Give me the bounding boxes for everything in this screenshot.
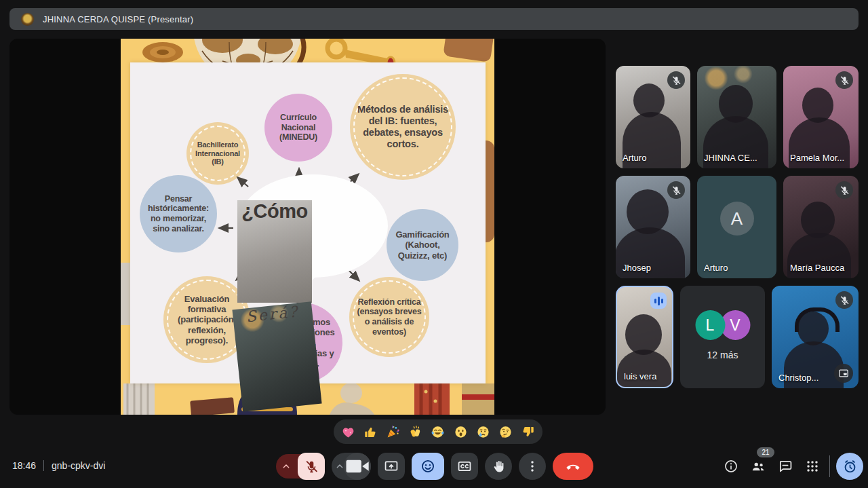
mindmap-node-gamificacion: Gamificación (Kahoot, Quizizz, etc) [387,209,458,281]
audio-level-icon [650,293,667,309]
presentation-slide: Currículo Nacional (MINEDU) Métodos de a… [121,39,494,415]
overflow-avatars: L V [695,310,750,340]
mic-off-icon [304,459,319,474]
meeting-details-button[interactable] [724,459,738,474]
divider [43,460,44,471]
participant-tile-jhinna[interactable]: JHINNA CE... [697,66,776,168]
presenter-label: JHINNA CERDA QUISPE (Presentar) [43,14,193,24]
smiley-icon [420,459,435,474]
participant-tile-luis-vera[interactable]: luis vera [616,286,673,388]
pillar-illustration [462,383,494,415]
mic-muted-icon [835,291,853,309]
scroll-illustration [142,42,183,62]
participant-name: Pamela Mor... [790,153,844,163]
mindmap-node-curriculo: Currículo Nacional (MINEDU) [264,94,332,162]
mic-muted-icon [835,71,853,89]
mic-control-group [276,453,325,480]
participant-name: Jhosep [623,263,651,273]
present-icon [384,459,399,474]
alarm-clock-icon [842,459,858,474]
mic-muted-icon [667,71,685,89]
reactions-button[interactable] [412,453,444,480]
chat-button[interactable] [778,459,793,474]
more-options-icon [525,459,540,474]
people-button[interactable] [751,459,766,474]
mic-mute-button[interactable] [298,453,325,480]
present-button[interactable] [378,453,405,480]
people-icon [751,459,766,474]
meet-window: JHINNA CERDA QUISPE (Presentar) [0,0,868,488]
raise-hand-button[interactable] [485,453,512,480]
pip-icon[interactable] [834,364,853,383]
participant-name: María Paucca [790,263,844,273]
presenter-banner[interactable]: JHINNA CERDA QUISPE (Presentar) [9,8,859,30]
presentation-stage[interactable]: Currículo Nacional (MINEDU) Métodos de a… [9,39,606,415]
alarm-clock-button[interactable] [836,453,863,480]
participant-name: luis vera [624,371,656,381]
divider [829,455,830,477]
camera-control-group [332,453,371,480]
apps-icon [805,459,820,474]
column-illustration [123,383,155,415]
captions-button[interactable] [451,453,478,480]
participant-name: Christop... [778,373,818,383]
reaction-party-popper-button[interactable] [385,424,401,440]
reaction-thumbs-down-button[interactable] [520,424,536,440]
reaction-thinking-button[interactable] [498,424,514,440]
mindmap-center: ¿Cómo Será? [237,200,388,408]
center-subtitle: Será? [232,301,321,411]
participant-name: Arturo [623,153,646,163]
meeting-code-label: gnb-cpkv-dvi [52,460,105,471]
participant-name: Arturo [704,263,728,273]
mindmap-node-metodos: Métodos de análisis del IB: fuentes, deb… [350,74,456,180]
reaction-surprised-button[interactable] [452,424,469,440]
overflow-tile[interactable]: L V 12 más [680,286,765,388]
camera-icon [344,415,371,488]
mic-muted-icon [667,181,685,199]
participant-tile-jhosep[interactable]: Jhosep [616,176,690,278]
meeting-info: 18:46 gnb-cpkv-dvi [12,460,105,471]
participant-tile-arturo-1[interactable]: Arturo [616,66,690,168]
participant-tile-christop[interactable]: Christop... [772,286,859,388]
participant-tile-arturo-2[interactable]: A Arturo [697,176,776,278]
reaction-crying-button[interactable] [475,424,491,440]
overflow-count-label: 12 más [680,350,765,360]
raise-hand-icon [491,459,506,474]
textile-illustration [414,383,450,415]
center-title: ¿Cómo [237,200,312,303]
mindmap-node-bachillerato: Bachillerato Internacional (IB) [186,122,249,185]
info-icon [724,459,738,474]
participant-name: JHINNA CE... [704,153,757,163]
more-options-button[interactable] [519,453,546,480]
time-label: 18:46 [12,460,36,471]
mic-muted-icon [835,181,853,199]
people-count-badge: 21 [757,447,774,457]
captions-icon [457,459,472,474]
participant-tile-maria[interactable]: María Paucca [783,176,859,278]
end-call-button[interactable] [553,453,593,480]
participant-tile-pamela[interactable]: Pamela Mor... [783,66,859,168]
avatar: A [720,202,754,236]
mug-illustration [443,39,494,62]
reaction-clapping-hands-button[interactable] [408,424,424,440]
statue-illustration [121,263,130,325]
book-illustration [190,397,235,415]
apps-button[interactable] [805,459,820,474]
call-controls [276,453,593,480]
camera-button[interactable] [344,453,371,480]
mindmap-node-pensar: Pensar históricamente: no memorizar, sin… [140,175,217,252]
reaction-joy-button[interactable] [430,424,446,440]
end-call-icon [566,459,580,474]
chat-icon [778,459,793,474]
chevron-up-icon [281,461,292,472]
presenter-avatar [21,13,34,26]
avatar: L [695,310,725,340]
